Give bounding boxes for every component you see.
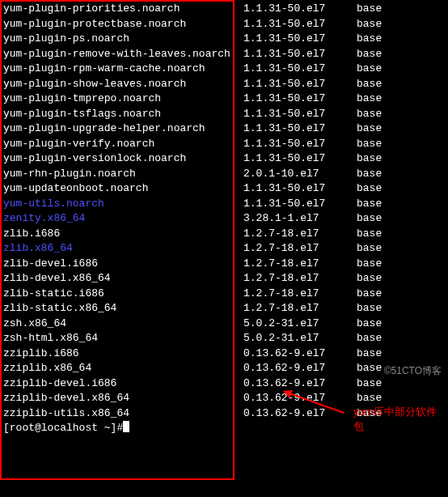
package-row: zsh-html.x86_645.0.2-31.el7base (3, 331, 445, 346)
package-repo: base (357, 346, 445, 362)
prompt-text: [root@localhost ~]# (3, 421, 123, 436)
package-name: yum-plugin-rpm-warm-cache.noarch (3, 62, 243, 77)
package-name: zlib-static.x86_64 (3, 301, 243, 316)
watermark: ©51CTO博客 (384, 364, 442, 378)
package-name: yum-updateonboot.noarch (3, 181, 243, 197)
package-name: zziplib.x86_64 (3, 361, 243, 376)
package-version: 1.1.31-50.el7 (243, 137, 357, 152)
package-row: yum-plugin-rpm-warm-cache.noarch1.1.31-5… (3, 62, 445, 77)
package-name: yum-plugin-show-leaves.noarch (3, 77, 243, 92)
package-row: yum-plugin-priorities.noarch1.1.31-50.el… (3, 2, 445, 17)
package-name: zziplib-utils.x86_64 (3, 406, 243, 422)
package-row: yum-plugin-remove-with-leaves.noarch1.1.… (3, 47, 445, 62)
package-row: zziplib-devel.i6860.13.62-9.el7base (3, 376, 445, 392)
package-row: yum-plugin-tsflags.noarch1.1.31-50.el7ba… (3, 107, 445, 122)
package-name: zlib-static.i686 (3, 287, 243, 302)
package-repo: base (357, 376, 445, 392)
package-repo: base (357, 257, 445, 272)
package-version: 1.2.7-18.el7 (243, 257, 357, 272)
package-name: yum-plugin-remove-with-leaves.noarch (3, 47, 243, 62)
package-repo: base (357, 181, 445, 197)
package-version: 1.1.31-50.el7 (243, 121, 357, 137)
package-version: 1.1.31-50.el7 (243, 47, 357, 62)
package-repo: base (357, 167, 445, 182)
package-name: zenity.x86_64 (3, 211, 243, 227)
package-name: yum-plugin-protectbase.noarch (3, 17, 243, 32)
package-version: 5.0.2-31.el7 (243, 331, 357, 346)
package-name: yum-plugin-ps.noarch (3, 32, 243, 47)
package-row: yum-plugin-ps.noarch1.1.31-50.el7base (3, 32, 445, 47)
package-version: 1.1.31-50.el7 (243, 2, 357, 17)
package-version: 0.13.62-9.el7 (243, 406, 357, 422)
package-row: zziplib-devel.x86_640.13.62-9.el7base (3, 391, 445, 406)
package-repo: base (357, 47, 445, 62)
package-version: 1.2.7-18.el7 (243, 241, 357, 257)
package-row: zsh.x86_645.0.2-31.el7base (3, 316, 445, 332)
package-version: 1.1.31-50.el7 (243, 107, 357, 122)
package-repo: base (357, 316, 445, 332)
package-repo: base (357, 241, 445, 257)
package-name: yum-plugin-upgrade-helper.noarch (3, 121, 243, 137)
cursor (123, 421, 129, 432)
package-repo: base (357, 107, 445, 122)
package-name: yum-plugin-verify.noarch (3, 137, 243, 152)
package-row: zziplib.x86_640.13.62-9.el7base (3, 361, 445, 376)
package-row: zlib.x86_641.2.7-18.el7base (3, 241, 445, 257)
package-repo: base (357, 137, 445, 152)
package-version: 1.1.31-50.el7 (243, 62, 357, 77)
package-version: 1.2.7-18.el7 (243, 271, 357, 287)
package-repo: base (357, 77, 445, 92)
terminal-output[interactable]: yum-plugin-priorities.noarch1.1.31-50.el… (3, 2, 445, 436)
package-row: yum-plugin-upgrade-helper.noarch1.1.31-5… (3, 121, 445, 137)
package-name: zlib.i686 (3, 227, 243, 242)
annotation-text: yum库中部分软件包 (353, 405, 442, 434)
package-version: 0.13.62-9.el7 (243, 361, 357, 376)
package-repo: base (357, 227, 445, 242)
package-row: zenity.x86_643.28.1-1.el7base (3, 211, 445, 227)
package-row: zlib-static.x86_641.2.7-18.el7base (3, 301, 445, 316)
package-repo: base (357, 17, 445, 32)
package-repo: base (357, 391, 445, 406)
package-row: yum-rhn-plugin.noarch2.0.1-10.el7base (3, 167, 445, 182)
package-repo: base (357, 197, 445, 212)
package-name: yum-plugin-priorities.noarch (3, 2, 243, 17)
package-name: zziplib-devel.i686 (3, 376, 243, 392)
package-row: zlib-static.i6861.2.7-18.el7base (3, 287, 445, 302)
package-row: yum-plugin-tmprepo.noarch1.1.31-50.el7ba… (3, 91, 445, 107)
package-repo: base (357, 62, 445, 77)
package-row: yum-plugin-verify.noarch1.1.31-50.el7bas… (3, 137, 445, 152)
package-version: 1.1.31-50.el7 (243, 91, 357, 107)
package-version: 1.1.31-50.el7 (243, 17, 357, 32)
package-version: 1.1.31-50.el7 (243, 181, 357, 197)
package-repo: base (357, 91, 445, 107)
package-row: zziplib.i6860.13.62-9.el7base (3, 346, 445, 362)
package-repo: base (357, 287, 445, 302)
package-row: yum-plugin-versionlock.noarch1.1.31-50.e… (3, 151, 445, 167)
package-version: 1.2.7-18.el7 (243, 301, 357, 316)
package-name: zsh-html.x86_64 (3, 331, 243, 346)
package-row: zlib.i6861.2.7-18.el7base (3, 227, 445, 242)
package-row: yum-plugin-show-leaves.noarch1.1.31-50.e… (3, 77, 445, 92)
package-repo: base (357, 301, 445, 316)
package-name: zziplib-devel.x86_64 (3, 391, 243, 406)
package-name: yum-plugin-tsflags.noarch (3, 107, 243, 122)
package-version: 1.1.31-50.el7 (243, 77, 357, 92)
package-repo: base (357, 2, 445, 17)
package-row: zlib-devel.i6861.2.7-18.el7base (3, 257, 445, 272)
package-row: yum-plugin-protectbase.noarch1.1.31-50.e… (3, 17, 445, 32)
package-version: 0.13.62-9.el7 (243, 391, 357, 406)
package-name: yum-plugin-tmprepo.noarch (3, 91, 243, 107)
package-name: zlib-devel.i686 (3, 257, 243, 272)
package-name: yum-plugin-versionlock.noarch (3, 151, 243, 167)
package-repo: base (357, 121, 445, 137)
package-repo: base (357, 151, 445, 167)
package-row: yum-utils.noarch1.1.31-50.el7base (3, 197, 445, 212)
package-row: yum-updateonboot.noarch1.1.31-50.el7base (3, 181, 445, 197)
package-name: yum-utils.noarch (3, 197, 243, 212)
package-name: zlib-devel.x86_64 (3, 271, 243, 287)
package-version: 1.1.31-50.el7 (243, 32, 357, 47)
package-name: yum-rhn-plugin.noarch (3, 167, 243, 182)
package-repo: base (357, 32, 445, 47)
package-version: 5.0.2-31.el7 (243, 316, 357, 332)
package-name: zziplib.i686 (3, 346, 243, 362)
